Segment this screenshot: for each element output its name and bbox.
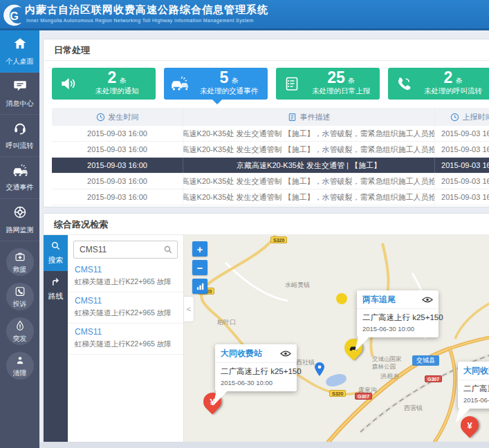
map-popup-rear-end-collision: 两车追尾 二广高速上行 k25+150 2015-06-30 10:00 — [357, 290, 439, 337]
popup-title: 两车追尾 — [362, 294, 396, 306]
popup-road: 二广高速上行 k25+150 — [357, 309, 439, 323]
map-place-label: 水峪贯镇 — [285, 281, 310, 290]
road-search-title: 综合路况检索 — [44, 214, 489, 235]
quick-action-complaint[interactable]: 投诉 — [6, 283, 34, 310]
search-result-item[interactable]: CMS11 虹梯关隧道上行K22+965 故障 — [68, 261, 183, 292]
document-icon — [288, 113, 297, 122]
map-controls: + − — [192, 241, 207, 297]
column-header-time: 发生时间 — [52, 108, 183, 126]
sidebar-item-label: 交通事件 — [6, 183, 34, 192]
popup-title: 大同收费站 — [463, 365, 489, 377]
quick-action-label: 突发 — [13, 334, 27, 344]
quick-action-rescue[interactable]: 救援 — [6, 248, 34, 276]
popup-time: 2015-06-30 10:00 — [357, 323, 439, 337]
route-icon — [50, 277, 61, 288]
search-box — [73, 241, 178, 259]
svg-text:G: G — [10, 10, 19, 22]
clock-icon — [450, 113, 459, 122]
zoom-out-button[interactable]: − — [192, 260, 207, 275]
road-badge-g307: G307 — [355, 393, 372, 400]
search-icon — [50, 241, 61, 252]
sidebar-item-personal-desktop[interactable]: 个人桌面 — [0, 30, 39, 73]
stat-count: 25 — [327, 68, 345, 86]
map-popup-toll-station-partial: 大同收费站 二广高速上行 k25+150 2015-06-30 10:00 — [458, 362, 489, 409]
search-result-item[interactable]: CMS11 虹梯关隧道上行K22+965 故障 — [68, 324, 183, 355]
stat-count: 2 — [108, 68, 117, 86]
app-logo-icon: G — [0, 2, 26, 31]
search-tab-strip: 搜索 路线 — [44, 235, 68, 442]
sidebar-item-traffic-events[interactable]: 交通事件 — [0, 157, 39, 199]
road-badge-s320: S320 — [329, 390, 346, 397]
app-window: G 内蒙古自治区联网收费高速公路综合信息管理系统 Inner Mongolia … — [0, 0, 489, 448]
search-icon[interactable] — [163, 245, 173, 254]
eye-icon[interactable] — [422, 297, 433, 303]
map-stats-button[interactable] — [192, 279, 207, 294]
popup-road: 二广高速上行 k25+150 — [458, 380, 489, 394]
stat-count: 5 — [220, 68, 229, 86]
table-row-selected[interactable]: 2015-09-03 16:00 京藏高速K20-K35处 发生交通管 | 【施… — [52, 158, 489, 174]
sidebar-item-call-transfer[interactable]: 呼叫流转 — [0, 115, 39, 157]
collision-icon — [164, 68, 196, 100]
quick-action-label: 救援 — [13, 265, 27, 274]
map-canvas[interactable]: + − 水峪贯镇 柏叶口 西社镇 交城山国家森林公园 洪相乡 庞泉沟 西营镇 S… — [184, 235, 489, 442]
active-card-pointer — [212, 100, 222, 104]
tab-search[interactable]: 搜索 — [44, 235, 68, 271]
road-badge-s320: S320 — [270, 236, 287, 243]
stat-card-daily-reports[interactable]: 25条 未处理的日常上报 — [276, 68, 380, 100]
headset-icon — [12, 120, 28, 138]
table-row[interactable]: 2015-09-03 16:00 京藏高速K20-K35处 发生交通管制 【施工… — [52, 174, 489, 189]
table-row[interactable]: 2015-09-03 16:00 京藏高速K20-K35处 发生交通管制 【施工… — [52, 189, 489, 205]
search-input[interactable] — [74, 245, 163, 254]
quick-action-label: 清障 — [13, 368, 27, 378]
map-place-label: 洪相乡 — [380, 372, 399, 381]
map-place-label: 交城山国家森林公园 — [372, 355, 404, 370]
clock-icon — [96, 113, 105, 122]
stat-unit: 条 — [348, 77, 355, 84]
column-header-report-time: 上报时间 — [435, 108, 489, 126]
stat-label: 未处理的日常上报 — [308, 86, 374, 96]
sidebar-item-message-center[interactable]: 消息中心 — [0, 73, 39, 115]
map-roads — [184, 235, 489, 442]
events-table-header: 发生时间 事件描述 上报时间 — [52, 108, 489, 126]
stat-card-traffic-events[interactable]: 5条 未处理的交通事件 — [164, 68, 268, 100]
home-icon — [12, 36, 28, 54]
traffic-event-icon — [11, 164, 29, 180]
tab-route[interactable]: 路线 — [44, 271, 68, 307]
quick-action-label: 投诉 — [13, 299, 27, 309]
sidebar-item-label: 消息中心 — [6, 99, 34, 109]
stat-card-call-transfers[interactable]: 2条 未处理的呼叫流转 — [388, 68, 489, 100]
stat-unit: 条 — [119, 77, 126, 84]
search-result-item[interactable]: CMS11 虹梯关隧道上行K22+965 故障 — [68, 292, 183, 324]
quick-action-emergency[interactable]: 突发 — [6, 317, 34, 345]
panel-collapse-button[interactable]: < — [184, 296, 194, 322]
map-place-label: 柏叶口 — [217, 318, 236, 327]
road-badge-g307: G307 — [425, 375, 442, 382]
location-pin-icon[interactable] — [315, 362, 324, 379]
speaker-icon — [52, 68, 84, 100]
sidebar-item-road-network-monitor[interactable]: 路网监测 — [0, 199, 39, 241]
sidebar-item-label: 路网监测 — [6, 225, 34, 235]
stat-count: 2 — [444, 68, 453, 86]
popup-title: 大同收费站 — [221, 348, 262, 360]
bar-chart-icon — [196, 282, 205, 291]
events-table: 发生时间 事件描述 上报时间 2015-09-03 16:00 京藏高速K20-… — [52, 108, 489, 205]
app-subtitle: Inner Mongolia Autonomous Region Network… — [26, 18, 254, 23]
table-row[interactable]: 2015-09-03 16:00 京藏高速K20-K35处 发生交通管制 【施工… — [52, 126, 489, 142]
sidebar-item-label: 呼叫流转 — [6, 141, 34, 151]
county-badge: 交城县 — [412, 355, 439, 366]
call-icon — [388, 68, 420, 100]
app-header: G 内蒙古自治区联网收费高速公路综合信息管理系统 Inner Mongolia … — [0, 0, 489, 30]
event-marker-yellow[interactable] — [336, 293, 347, 304]
stat-label: 未处理的呼叫流转 — [420, 86, 486, 96]
table-row[interactable]: 2015-09-03 16:00 京藏高速K20-K35处 发生交通管制 【施工… — [52, 142, 489, 158]
zoom-in-button[interactable]: + — [192, 241, 207, 256]
report-icon — [276, 68, 308, 100]
eye-icon[interactable] — [280, 351, 291, 357]
sidebar-item-label: 个人桌面 — [6, 57, 34, 66]
road-search-panel: 综合路况检索 搜索 路线 — [43, 213, 489, 442]
stat-card-notifications[interactable]: 2条 未处理的通知 — [52, 68, 156, 100]
footer-strip — [39, 442, 489, 448]
popup-road: 二广高速上行 k25+150 — [215, 363, 297, 377]
quick-action-clearance[interactable]: 清障 — [6, 352, 34, 380]
map-place-label: 西营镇 — [404, 404, 423, 413]
